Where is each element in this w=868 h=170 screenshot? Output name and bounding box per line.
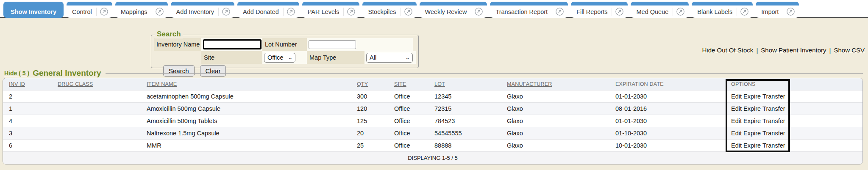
tab-label: Weekly Review <box>423 8 469 15</box>
cell-expiration: 08-01-2016 <box>609 102 725 115</box>
tab-stockpiles[interactable]: Stockpiles <box>362 2 416 18</box>
tab-weekly-review[interactable]: Weekly Review <box>420 2 487 18</box>
cell-item-name: Amoxicillin 500mg Tablets <box>141 115 351 127</box>
tab-blank-labels[interactable]: Blank Labels <box>692 2 753 18</box>
open-new-window-icon[interactable] <box>222 7 231 16</box>
tab-par-levels[interactable]: PAR Levels <box>302 2 360 18</box>
cell-item-name: acetaminophen 500mg Capsule <box>141 90 351 102</box>
cell-expiration: 01-01-2030 <box>609 90 725 102</box>
section-title: General Inventory <box>33 69 101 78</box>
transfer-link[interactable]: Transfer <box>762 142 785 149</box>
tab-fill-reports[interactable]: Fill Reports <box>571 2 628 18</box>
cell-expiration: 10-01-2030 <box>609 139 725 151</box>
site-label: Site <box>201 51 262 64</box>
edit-link[interactable]: Edit <box>731 105 742 112</box>
open-new-window-icon[interactable] <box>404 7 413 16</box>
col-filler <box>791 78 862 90</box>
open-new-window-icon[interactable] <box>555 7 564 16</box>
tab-control[interactable]: Control <box>67 2 112 18</box>
lot-number-input[interactable] <box>309 40 356 49</box>
open-new-window-icon[interactable] <box>155 7 164 16</box>
expire-link[interactable]: Expire <box>743 118 761 124</box>
tab-top-accent <box>756 2 799 5</box>
cell-inv-id: 6 <box>3 139 52 151</box>
cell-site: Office <box>388 90 428 102</box>
tab-import[interactable]: Import <box>756 2 799 18</box>
tab-label: Control <box>70 8 94 15</box>
tab-med-queue[interactable]: Med Queue <box>631 2 689 18</box>
spacer <box>154 51 201 64</box>
cell-drug-class <box>52 115 141 127</box>
lot-number-label: Lot Number <box>262 38 307 51</box>
transfer-link[interactable]: Transfer <box>762 105 785 112</box>
col-site[interactable]: SITE <box>388 78 428 90</box>
tab-mappings[interactable]: Mappings <box>115 2 168 18</box>
tab-add-inventory[interactable]: Add Inventory <box>171 2 234 18</box>
site-select[interactable]: Office ⌄ <box>264 53 295 63</box>
table-header-row: INV ID DRUG CLASS ITEM NAME QTY SITE LOT… <box>3 78 862 90</box>
col-item-name[interactable]: ITEM NAME <box>141 78 351 90</box>
cell-item-name: Naltrexone 1.5mg Capsule <box>141 127 351 139</box>
open-new-window-icon[interactable] <box>615 7 624 16</box>
cell-options: EditExpireTransfer <box>725 127 791 139</box>
edit-link[interactable]: Edit <box>731 93 742 100</box>
open-new-window-icon[interactable] <box>100 7 108 16</box>
edit-link[interactable]: Edit <box>731 130 742 137</box>
tab-add-donated[interactable]: Add Donated <box>237 2 299 18</box>
open-new-window-icon[interactable] <box>740 7 749 16</box>
link-separator: | <box>756 47 758 54</box>
edit-link[interactable]: Edit <box>731 142 742 149</box>
show-patient-inventory-link[interactable]: Show Patient Inventory <box>761 47 826 54</box>
col-lot[interactable]: LOT <box>428 78 501 90</box>
inventory-name-input[interactable] <box>203 39 262 49</box>
tab-divider <box>152 8 152 16</box>
expire-link[interactable]: Expire <box>743 130 761 137</box>
cell-manufacturer: Glaxo <box>501 127 609 139</box>
cell-manufacturer: Glaxo <box>501 139 609 151</box>
cell-inv-id: 3 <box>3 127 52 139</box>
open-new-window-icon[interactable] <box>474 7 483 16</box>
col-qty[interactable]: QTY <box>351 78 388 90</box>
tab-show-inventory[interactable]: Show Inventory <box>3 2 64 18</box>
tab-label: Add Inventory <box>175 8 216 15</box>
cell-filler <box>791 127 862 139</box>
map-type-label: Map Type <box>307 51 364 64</box>
tab-label: Show Inventory <box>7 8 60 15</box>
cell-inv-id: 1 <box>3 102 52 115</box>
hide-section-link[interactable]: Hide ( 5 ) <box>4 70 29 77</box>
top-tab-bar: Show Inventory Control Mappings Add Inve… <box>0 0 868 18</box>
cell-item-name: MMR <box>141 139 351 151</box>
cell-filler <box>791 139 862 151</box>
transfer-link[interactable]: Transfer <box>762 130 785 137</box>
expire-link[interactable]: Expire <box>743 105 761 112</box>
tab-label: Transaction Report <box>494 8 549 15</box>
cell-lot: 12345 <box>428 90 501 102</box>
map-type-select[interactable]: All ⌄ <box>366 53 413 63</box>
tab-label: Blank Labels <box>696 8 734 15</box>
open-new-window-icon[interactable] <box>347 7 356 16</box>
open-new-window-icon[interactable] <box>676 7 685 16</box>
tab-transaction-report[interactable]: Transaction Report <box>490 2 568 18</box>
transfer-link[interactable]: Transfer <box>762 93 785 100</box>
edit-link[interactable]: Edit <box>731 118 742 124</box>
section-divider <box>106 73 863 74</box>
cell-site: Office <box>388 127 428 139</box>
cell-item-name: Amoxicillin 500mg Capsule <box>141 102 351 115</box>
expire-link[interactable]: Expire <box>743 93 761 100</box>
tab-divider <box>401 8 401 16</box>
general-inventory-section: Hide ( 5 ) General Inventory INV ID DRUG… <box>3 69 863 165</box>
cell-site: Office <box>388 102 428 115</box>
hide-out-of-stock-link[interactable]: Hide Out Of Stock <box>702 47 753 54</box>
show-csv-link[interactable]: Show CSV <box>834 47 865 54</box>
col-drug-class[interactable]: DRUG CLASS <box>52 78 141 90</box>
col-manufacturer[interactable]: MANUFACTURER <box>501 78 609 90</box>
page-content: Search Inventory Name Lot Number Site Of… <box>0 18 868 170</box>
open-new-window-icon[interactable] <box>287 7 295 16</box>
cell-filler <box>791 115 862 127</box>
cell-inv-id: 4 <box>3 115 52 127</box>
open-new-window-icon[interactable] <box>786 7 795 16</box>
transfer-link[interactable]: Transfer <box>762 118 785 124</box>
cell-expiration: 01-01-2030 <box>609 115 725 127</box>
expire-link[interactable]: Expire <box>743 142 761 149</box>
col-inv-id[interactable]: INV ID <box>3 78 52 90</box>
